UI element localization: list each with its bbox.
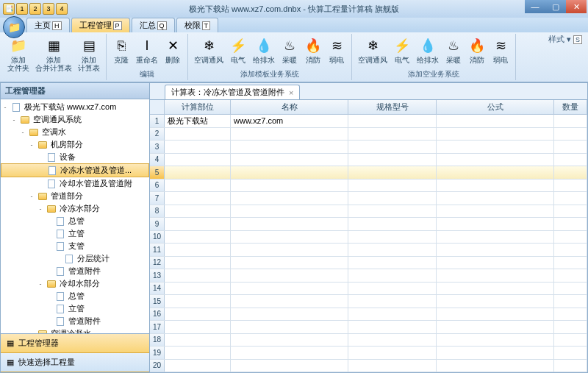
tree-node[interactable]: -空调水 [1, 126, 149, 138]
table-row[interactable]: 2 [150, 128, 587, 141]
tree-node[interactable]: 冷冻水管道及管道... [1, 163, 149, 177]
qat-2[interactable]: 2 [29, 3, 41, 15]
cell[interactable] [437, 231, 554, 244]
qat-app-icon[interactable]: 📑 [3, 3, 15, 15]
tree-node[interactable]: 立管 [1, 302, 149, 315]
cell[interactable] [554, 334, 587, 347]
tree-toggle-icon[interactable]: - [18, 129, 27, 136]
rename-button[interactable]: I重命名 [135, 35, 159, 65]
cell[interactable] [348, 269, 437, 282]
row-number[interactable]: 20 [150, 360, 165, 372]
tree-node[interactable]: 支管 [1, 240, 149, 252]
column-header[interactable]: 名称 [231, 100, 348, 114]
cell[interactable] [437, 166, 554, 179]
t-elec-button[interactable]: ⚡电气 [228, 35, 248, 65]
project-tree[interactable]: -极光下载站 www.xz7.com-空调通风系统-空调水-机房部分设备冷冻水管… [1, 99, 149, 333]
cell[interactable] [348, 321, 437, 333]
cell[interactable] [231, 269, 348, 282]
grid-body[interactable]: 1极光下载站www.xz7.com23456789101112131415161… [150, 115, 587, 372]
row-number[interactable]: 9 [150, 218, 165, 230]
cell[interactable] [231, 192, 348, 205]
tab-t[interactable]: 校限T [176, 18, 219, 32]
t-hvac-button[interactable]: ❄空调通风 [193, 35, 225, 65]
cell[interactable] [348, 166, 437, 179]
cell[interactable] [437, 192, 554, 205]
t-weak-button[interactable]: ≋弱电 [326, 35, 347, 65]
tree-node[interactable]: -极光下载站 www.xz7.com [1, 101, 149, 113]
cell[interactable] [165, 218, 231, 230]
cell[interactable] [348, 192, 437, 205]
cell[interactable] [165, 269, 231, 282]
e-elec-button[interactable]: ⚡电气 [392, 35, 412, 65]
cell[interactable] [348, 154, 437, 166]
tree-node[interactable]: 立管 [1, 227, 149, 240]
column-header[interactable]: 数量 [554, 100, 587, 114]
cell[interactable] [348, 257, 437, 269]
cell[interactable] [165, 231, 231, 244]
cell[interactable] [231, 128, 348, 141]
tree-toggle-icon[interactable]: - [10, 116, 18, 124]
cell[interactable] [554, 166, 587, 179]
table-row[interactable]: 20 [150, 360, 587, 373]
cell[interactable] [165, 205, 231, 218]
cell[interactable] [165, 192, 231, 205]
cell[interactable] [231, 360, 348, 372]
cell[interactable] [348, 360, 437, 372]
tree-node[interactable]: -机房部分 [1, 138, 149, 151]
t-fire-button[interactable]: 🔥消防 [303, 35, 323, 65]
tree-node[interactable]: 设备 [1, 151, 149, 163]
row-number[interactable]: 10 [150, 231, 165, 244]
cell[interactable] [437, 218, 554, 230]
cell[interactable] [165, 166, 231, 179]
row-number[interactable]: 11 [150, 244, 165, 256]
grid-corner[interactable] [150, 100, 165, 114]
tree-node[interactable]: 总管 [1, 290, 149, 302]
cell[interactable] [437, 360, 554, 372]
cell[interactable] [348, 347, 437, 359]
cell[interactable] [437, 334, 554, 347]
column-header[interactable]: 规格型号 [348, 100, 437, 114]
cell[interactable] [554, 115, 587, 127]
column-header[interactable]: 公式 [437, 100, 554, 114]
cell[interactable] [231, 295, 348, 308]
cell[interactable] [554, 360, 587, 372]
e-drain-button[interactable]: 💧给排水 [415, 35, 440, 65]
style-dropdown[interactable]: 样式 ▾ S [548, 34, 582, 45]
table-row[interactable]: 19 [150, 347, 587, 360]
cell[interactable] [437, 269, 554, 282]
t-heat-button[interactable]: ♨采暖 [279, 35, 300, 65]
tree-node[interactable]: -空调通风系统 [1, 113, 149, 126]
cell[interactable] [231, 257, 348, 269]
row-number[interactable]: 14 [150, 283, 165, 295]
cell[interactable] [165, 347, 231, 359]
cell[interactable] [554, 205, 587, 218]
cell[interactable] [231, 218, 348, 230]
row-number[interactable]: 12 [150, 257, 165, 269]
cell[interactable] [554, 321, 587, 333]
cell[interactable] [348, 205, 437, 218]
cell[interactable] [348, 231, 437, 244]
qat-1[interactable]: 1 [16, 3, 28, 15]
tree-node[interactable]: -冷冻水部分 [1, 202, 149, 215]
row-number[interactable]: 13 [150, 269, 165, 282]
tree-node[interactable]: 分层统计 [1, 252, 149, 265]
cell[interactable]: www.xz7.com [231, 115, 348, 127]
cell[interactable] [165, 283, 231, 295]
add-folder-button[interactable]: 📁添加文件夹 [6, 35, 31, 74]
cell[interactable] [231, 231, 348, 244]
minimize-button[interactable]: — [525, 0, 545, 13]
cell[interactable] [554, 269, 587, 282]
cell[interactable] [437, 257, 554, 269]
row-number[interactable]: 4 [150, 154, 165, 166]
cell[interactable] [554, 154, 587, 166]
cell[interactable] [165, 128, 231, 141]
table-row[interactable]: 10 [150, 231, 587, 244]
cell[interactable] [554, 295, 587, 308]
cell[interactable] [437, 347, 554, 359]
merge-sheet-button[interactable]: ▦添加合并计算表 [34, 35, 74, 74]
cell[interactable] [231, 347, 348, 359]
cell[interactable] [554, 231, 587, 244]
table-row[interactable]: 17 [150, 321, 587, 334]
cell[interactable] [165, 244, 231, 256]
cell[interactable] [165, 360, 231, 372]
